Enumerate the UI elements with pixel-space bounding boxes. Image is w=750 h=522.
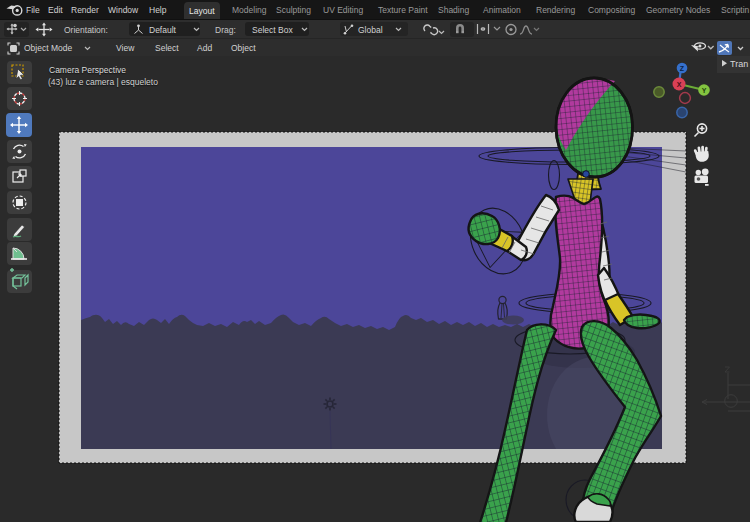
svg-text:Tran: Tran <box>730 59 748 69</box>
svg-text:Z: Z <box>680 65 685 72</box>
svg-text:X: X <box>677 81 682 88</box>
svg-text:Y: Y <box>702 87 707 94</box>
